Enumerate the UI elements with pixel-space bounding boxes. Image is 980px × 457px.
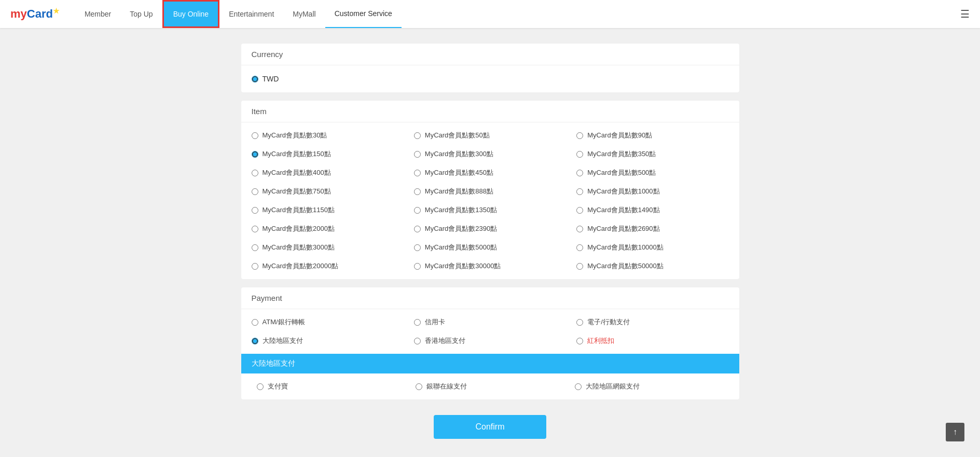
item-option[interactable]: MyCard會員點數5000點: [409, 240, 571, 255]
logo-card: Card: [27, 8, 53, 21]
payment-radio[interactable]: [414, 319, 421, 326]
sub-payment-radio[interactable]: [575, 383, 582, 390]
item-option[interactable]: MyCard會員點數50點: [409, 128, 571, 143]
sub-payment-label: 大陸地區網銀支付: [586, 382, 640, 391]
item-radio[interactable]: [252, 207, 258, 214]
item-option[interactable]: MyCard會員點數30點: [246, 128, 409, 143]
item-radio[interactable]: [252, 263, 258, 270]
item-label: MyCard會員點數5000點: [425, 243, 497, 252]
item-radio[interactable]: [414, 207, 421, 214]
item-radio[interactable]: [576, 226, 583, 232]
currency-section-body: TWD: [241, 65, 739, 92]
nav-topup[interactable]: Top Up: [120, 0, 162, 28]
item-option[interactable]: MyCard會員點數888點: [409, 184, 571, 199]
payment-card: Payment ATM/銀行轉帳信用卡電子/行動支付大陸地區支付香港地區支付紅利…: [241, 287, 739, 399]
item-card: Item MyCard會員點數30點MyCard會員點數50點MyCard會員點…: [241, 101, 739, 279]
item-radio[interactable]: [576, 207, 583, 214]
item-option[interactable]: MyCard會員點數500點: [571, 165, 734, 181]
item-option[interactable]: MyCard會員點數2000點: [246, 221, 409, 237]
payment-option[interactable]: 香港地區支付: [409, 333, 571, 349]
item-radio[interactable]: [414, 132, 421, 139]
item-label: MyCard會員點數90點: [587, 131, 652, 140]
item-option[interactable]: MyCard會員點數1000點: [571, 184, 734, 199]
item-option[interactable]: MyCard會員點數1150點: [246, 202, 409, 218]
item-radio[interactable]: [414, 263, 421, 270]
payment-option[interactable]: ATM/銀行轉帳: [246, 314, 409, 330]
nav-customer-service[interactable]: Customer Service: [325, 0, 402, 28]
item-option[interactable]: MyCard會員點數750點: [246, 184, 409, 199]
item-radio[interactable]: [576, 151, 583, 158]
item-radio[interactable]: [414, 151, 421, 158]
scroll-top-button[interactable]: ↑: [946, 423, 964, 441]
item-option[interactable]: MyCard會員點數450點: [409, 165, 571, 181]
item-option[interactable]: MyCard會員點數400點: [246, 165, 409, 181]
item-option[interactable]: MyCard會員點數1350點: [409, 202, 571, 218]
sub-payment-body: 支付寶銀聯在線支付大陸地區網銀支付: [241, 373, 739, 399]
item-radio[interactable]: [414, 170, 421, 176]
payment-option[interactable]: 大陸地區支付: [246, 333, 409, 349]
payment-radio[interactable]: [576, 338, 583, 344]
item-radio[interactable]: [252, 226, 258, 232]
payment-link-label[interactable]: 紅利抵扣: [587, 336, 614, 345]
hamburger-menu[interactable]: ☰: [960, 8, 970, 20]
item-radio[interactable]: [576, 132, 583, 139]
item-option[interactable]: MyCard會員點數300點: [409, 146, 571, 162]
payment-option[interactable]: 信用卡: [409, 314, 571, 330]
item-radio[interactable]: [414, 244, 421, 251]
item-option[interactable]: MyCard會員點數2390點: [409, 221, 571, 237]
item-radio[interactable]: [576, 244, 583, 251]
item-radio[interactable]: [252, 244, 258, 251]
item-option[interactable]: MyCard會員點數50000點: [571, 258, 734, 274]
item-option[interactable]: MyCard會員點數350點: [571, 146, 734, 162]
payment-label: 信用卡: [425, 317, 445, 327]
item-section-title: Item: [241, 101, 739, 122]
payment-radio[interactable]: [252, 338, 258, 344]
currency-twd-option[interactable]: TWD: [252, 73, 729, 85]
payment-label: 香港地區支付: [425, 336, 465, 345]
payment-section-title: Payment: [241, 287, 739, 309]
main-content: Currency TWD Item MyCard會員點數30點MyCard會員點…: [236, 44, 744, 439]
sub-payment-option[interactable]: 支付寶: [252, 379, 411, 394]
payment-label: 大陸地區支付: [263, 336, 303, 345]
item-radio[interactable]: [414, 226, 421, 232]
item-label: MyCard會員點數350點: [587, 149, 656, 159]
item-option[interactable]: MyCard會員點數1490點: [571, 202, 734, 218]
item-option[interactable]: MyCard會員點數20000點: [246, 258, 409, 274]
item-label: MyCard會員點數1350點: [425, 205, 497, 215]
header: myCard★ Member Top Up Buy Online Enterta…: [0, 0, 980, 28]
payment-option[interactable]: 電子/行動支付: [571, 314, 734, 330]
payment-radio[interactable]: [576, 319, 583, 326]
sub-payment-radio[interactable]: [416, 383, 422, 390]
sub-payment-grid: 支付寶銀聯在線支付大陸地區網銀支付: [252, 379, 729, 394]
item-radio[interactable]: [252, 170, 258, 176]
currency-twd-label: TWD: [263, 75, 279, 83]
nav-member[interactable]: Member: [75, 0, 120, 28]
item-label: MyCard會員點數30000點: [425, 261, 501, 271]
item-radio[interactable]: [414, 188, 421, 195]
sub-payment-option[interactable]: 銀聯在線支付: [410, 379, 570, 394]
item-option[interactable]: MyCard會員點數30000點: [409, 258, 571, 274]
item-radio[interactable]: [252, 132, 258, 139]
item-radio[interactable]: [576, 263, 583, 270]
payment-option[interactable]: 紅利抵扣: [571, 333, 734, 349]
item-option[interactable]: MyCard會員點數10000點: [571, 240, 734, 255]
item-radio[interactable]: [576, 170, 583, 176]
payment-radio[interactable]: [252, 319, 258, 326]
sub-payment-option[interactable]: 大陸地區網銀支付: [570, 379, 729, 394]
item-label: MyCard會員點數20000點: [263, 261, 339, 271]
currency-twd-radio[interactable]: [252, 76, 258, 82]
item-option[interactable]: MyCard會員點數3000點: [246, 240, 409, 255]
sub-payment-label: 支付寶: [268, 382, 288, 391]
nav-buy-online[interactable]: Buy Online: [162, 0, 219, 28]
item-option[interactable]: MyCard會員點數2690點: [571, 221, 734, 237]
nav-mymall[interactable]: MyMall: [283, 0, 325, 28]
sub-payment-radio[interactable]: [257, 383, 264, 390]
item-radio[interactable]: [576, 188, 583, 195]
item-option[interactable]: MyCard會員點數150點: [246, 146, 409, 162]
item-radio[interactable]: [252, 188, 258, 195]
item-option[interactable]: MyCard會員點數90點: [571, 128, 734, 143]
confirm-button[interactable]: Confirm: [434, 415, 546, 439]
item-radio[interactable]: [252, 151, 258, 158]
nav-entertainment[interactable]: Entertainment: [219, 0, 283, 28]
payment-radio[interactable]: [414, 338, 421, 344]
